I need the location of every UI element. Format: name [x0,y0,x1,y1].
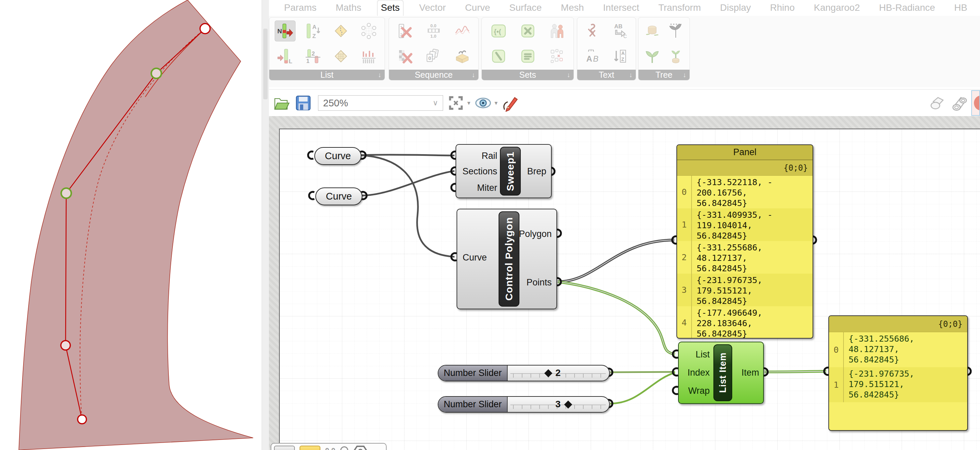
control-point-4[interactable] [200,24,210,34]
zoom-extents-icon[interactable] [447,94,465,112]
list-item-component[interactable]: List Index Wrap Item List Item [678,341,764,404]
open-file-icon[interactable] [273,94,291,112]
zoom-menu-caret-icon[interactable]: ▾ [467,99,470,107]
preview-wireframe-icon[interactable] [929,94,947,112]
menu-tab-hb[interactable]: HB [951,0,970,16]
item-index-icon[interactable] [332,22,349,39]
flatten-tree-icon[interactable] [644,22,660,39]
window-divider[interactable] [262,0,269,450]
cull-pattern-icon[interactable] [397,48,414,65]
list-length-icon[interactable] [360,22,377,39]
insert-items-icon[interactable]: L [277,48,293,65]
control-point-3[interactable] [151,68,161,78]
widget-button-gray[interactable] [274,446,295,450]
zoom-level-select[interactable]: 250% ∨ [318,95,443,111]
svg-text:2: 2 [435,50,438,54]
control-point-0[interactable] [78,415,86,424]
sift-pattern-icon[interactable] [332,48,349,65]
widget-node-icon[interactable] [340,446,348,450]
menu-tab-vector[interactable]: Vector [416,0,449,16]
weave-icon[interactable] [360,48,377,65]
cull-index-icon[interactable]: 12 [397,22,414,39]
group-expand-arrow-icon[interactable]: ↓ [472,71,475,79]
list-item-icon[interactable]: N [275,21,296,41]
jitter-icon[interactable] [454,48,471,65]
widget-button-yellow[interactable] [299,446,320,450]
toolbar-group-label-sequence[interactable]: Sequence↓ [389,70,479,80]
toolbar-group-label-sets[interactable]: Sets↓ [482,70,574,80]
preview-shaded-icon[interactable] [951,94,969,112]
stack-data-icon[interactable]: 012 [425,48,442,65]
simplify-tree-icon[interactable] [644,48,660,65]
panel-component-1[interactable]: Panel {0;0} 0{-313.522118, -200.16756,56… [676,144,813,338]
rhino-viewport[interactable] [0,0,262,450]
group-expand-arrow-icon[interactable]: ↓ [683,71,686,79]
swept-surface[interactable] [19,0,253,450]
toolbar-group-label-list[interactable]: List↓ [269,70,385,80]
menu-tab-transform[interactable]: Transform [655,0,704,16]
toolbar-group-label-tree[interactable]: Tree↓ [638,70,689,80]
characters-icon[interactable]: AB [585,48,601,65]
toolbar-group-list: NAZL21List↓ [269,17,385,80]
panel-row-value: {-331.409935, -119.104014,56.842845} [692,208,773,241]
panel-row-value: {-177.496649,228.183646,56.842845} [692,306,762,338]
set-union-icon[interactable] [490,48,507,65]
panel-1-title[interactable]: Panel [677,145,813,160]
menu-tab-mesh[interactable]: Mesh [557,0,587,16]
text-fragment-icon[interactable] [585,22,601,39]
curve-param-1[interactable]: Curve [314,147,361,165]
sweep1-name-capsule[interactable]: Sweep1 [500,147,521,196]
random-icon[interactable] [454,22,471,39]
menu-tab-sets[interactable]: Sets [377,0,403,16]
sweep1-component[interactable]: Rail Sections Miter Brep Sweep1 [455,144,552,198]
li-name-capsule[interactable]: List Item [713,344,732,401]
panel-row-value: {-231.976735,179.515121,56.842845} [844,367,915,402]
group-expand-arrow-icon[interactable]: ↓ [629,71,632,79]
group-expand-arrow-icon[interactable]: ↓ [567,71,570,79]
key-match-icon[interactable] [549,48,565,65]
control-polygon-component[interactable]: Curve Polygon Points Control Polygon [457,209,557,309]
create-set-icon[interactable]: {•( [490,22,507,39]
menu-tab-params[interactable]: Params [281,0,320,16]
menu-tab-surface[interactable]: Surface [506,0,545,16]
preview-rendered-icon[interactable] [971,90,980,116]
widget-hexagon-icon[interactable] [353,446,368,450]
preview-toggle-icon[interactable] [474,94,492,112]
menu-tab-kangaroo2[interactable]: Kangaroo2 [811,0,863,16]
number-slider-1[interactable]: Number Slider 2 [438,365,610,381]
number-slider-1-track[interactable]: 2 [507,365,609,381]
range-icon[interactable]: 0.01.0 [425,22,442,39]
split-list-icon[interactable]: 21 [305,48,321,65]
set-difference-icon[interactable] [519,22,536,39]
toolbar-group-label-text[interactable]: Text↓ [577,70,636,80]
menu-tab-maths[interactable]: Maths [332,0,364,16]
unflatten-tree-icon[interactable] [667,48,684,65]
sort-text-icon[interactable]: AZ [612,48,629,65]
set-intersection-icon[interactable] [519,48,536,65]
cp-name-capsule[interactable]: Control Polygon [499,211,519,306]
menu-tab-intersect[interactable]: Intersect [600,0,643,16]
sort-list-icon[interactable]: AZ [305,22,321,39]
member-index-icon[interactable] [549,22,565,39]
graft-tree-icon[interactable] [667,22,684,39]
number-slider-2[interactable]: Number Slider 3 [438,396,610,413]
concatenate-icon[interactable]: ABC [612,22,629,39]
menu-tab-curve[interactable]: Curve [461,0,493,16]
panel-row: 4{-177.496649,228.183646,56.842845} [677,306,813,338]
group-expand-arrow-icon[interactable]: ↓ [378,71,381,79]
curve-param-2[interactable]: Curve [315,187,363,205]
save-file-icon[interactable] [294,94,312,112]
menu-tab-display[interactable]: Display [717,0,754,16]
menu-tab-hb-radiance[interactable]: HB-Radiance [876,0,939,16]
control-point-2[interactable] [61,188,71,198]
panel-component-2[interactable]: {0;0} 0{-331.255686,48.127137,56.842845}… [828,315,968,431]
sweep1-name: Sweep1 [504,152,516,191]
number-slider-2-track[interactable]: 3 [507,397,609,412]
sweep1-input-miter-label: Miter [459,182,497,194]
panel-2-rows: 0{-331.255686,48.127137,56.842845}1{-231… [829,332,967,402]
sketch-tool-icon[interactable] [501,94,519,112]
menu-tab-rhino[interactable]: Rhino [767,0,798,16]
divider-thumb[interactable] [263,29,267,99]
control-point-1[interactable] [61,341,70,350]
preview-menu-caret-icon[interactable]: ▾ [495,99,498,107]
